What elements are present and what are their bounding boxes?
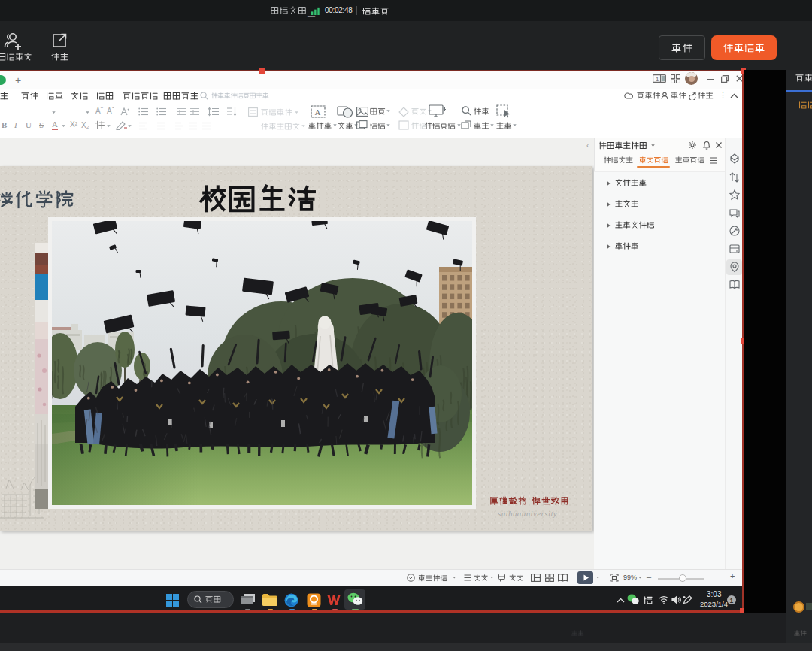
- svg-text:1: 1: [656, 76, 659, 83]
- svg-text:A: A: [315, 107, 321, 117]
